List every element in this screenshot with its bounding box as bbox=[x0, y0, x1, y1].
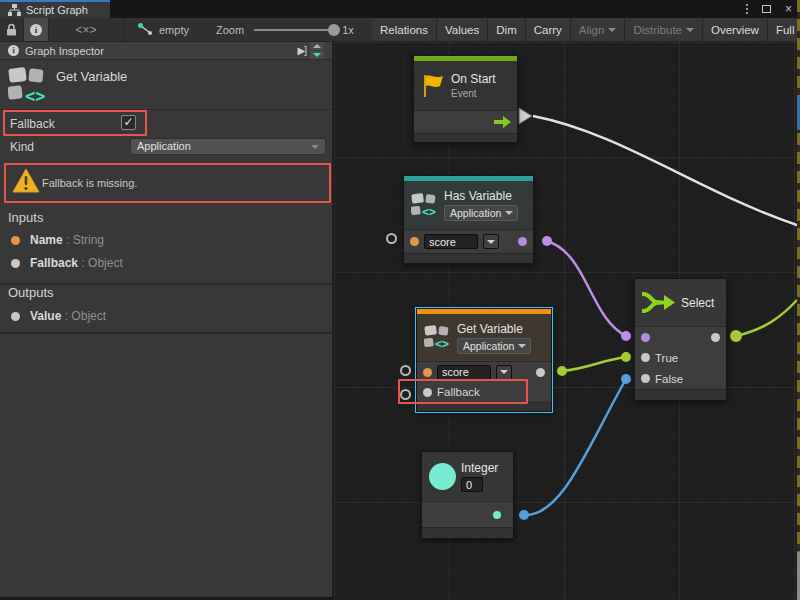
align-button[interactable]: Align bbox=[571, 18, 625, 41]
graph-canvas[interactable]: On Start Event <> bbox=[334, 42, 797, 600]
dim-button[interactable]: Dim bbox=[488, 18, 524, 41]
graph-node-icon bbox=[138, 23, 153, 36]
fallback-option-label: Fallback bbox=[10, 117, 55, 131]
integer-type-icon bbox=[429, 463, 456, 490]
integer-value-field[interactable]: 0 bbox=[461, 477, 483, 492]
true-input-port[interactable] bbox=[641, 353, 650, 362]
false-input-port[interactable] bbox=[641, 374, 650, 383]
scroll-spinner bbox=[310, 42, 324, 59]
info-icon: i bbox=[30, 24, 42, 36]
fallback-checkbox[interactable]: ✓ bbox=[121, 115, 136, 130]
tab-script-graph[interactable]: Script Graph bbox=[0, 0, 110, 18]
warning-text: Fallback is missing. bbox=[42, 177, 137, 189]
condition-input-port[interactable] bbox=[641, 333, 650, 342]
wire-endpoint bbox=[542, 236, 552, 246]
node-port-row bbox=[422, 501, 513, 527]
node-has-variable[interactable]: <> Has Variable Application score bbox=[403, 175, 534, 264]
chevron-down-icon bbox=[487, 240, 495, 244]
variable-kind-dropdown[interactable]: Application bbox=[457, 338, 531, 354]
node-select[interactable]: Select True False bbox=[634, 278, 727, 401]
lock-button[interactable] bbox=[0, 18, 23, 41]
node-get-variable[interactable]: <> Get Variable Application score Fa bbox=[416, 308, 552, 412]
port-dot-icon bbox=[11, 259, 20, 268]
zoom-slider-thumb[interactable] bbox=[328, 24, 340, 36]
kind-dropdown[interactable]: Application bbox=[130, 138, 326, 155]
wire-endpoint bbox=[621, 374, 631, 384]
node-footer bbox=[635, 389, 726, 400]
selection-output-port[interactable] bbox=[711, 333, 720, 342]
variable-icon: <> bbox=[411, 192, 439, 219]
outputs-section-title: Outputs bbox=[8, 285, 54, 300]
node-on-start[interactable]: On Start Event bbox=[413, 55, 518, 143]
node-header: <> Get Variable Application bbox=[417, 314, 551, 361]
unconnected-port-ring[interactable] bbox=[386, 233, 397, 244]
graph-breadcrumb[interactable]: empty bbox=[138, 18, 189, 41]
name-input-port[interactable] bbox=[410, 237, 419, 246]
svg-text:<>: <> bbox=[422, 205, 436, 219]
graph-inspector-panel: i Graph Inspector ▶] <> Get Variable Fal… bbox=[0, 42, 333, 598]
wire-endpoint bbox=[519, 510, 529, 520]
warning-icon bbox=[12, 168, 40, 194]
inspected-node-title: Get Variable bbox=[56, 69, 127, 84]
node-footer bbox=[404, 253, 533, 263]
dock-panel-icon[interactable]: ▶] bbox=[298, 45, 306, 56]
overview-button[interactable]: Overview bbox=[703, 18, 767, 41]
svg-text:<>: <> bbox=[25, 86, 45, 105]
carry-button[interactable]: Carry bbox=[526, 18, 570, 41]
output-row-value: Value : Object bbox=[0, 308, 332, 328]
node-port-row: score bbox=[417, 361, 551, 382]
values-button[interactable]: Values bbox=[437, 18, 487, 41]
input-row-name: Name : String bbox=[0, 232, 332, 252]
variable-name-field[interactable]: score bbox=[424, 234, 478, 249]
node-title: On Start bbox=[451, 72, 496, 86]
variable-kind-dropdown[interactable]: Application bbox=[444, 205, 518, 221]
distribute-button[interactable]: Distribute bbox=[625, 18, 702, 41]
port-dot-icon bbox=[11, 312, 20, 321]
variable-name-field[interactable]: score bbox=[437, 365, 491, 380]
node-footer bbox=[417, 402, 551, 411]
maximize-icon[interactable] bbox=[762, 5, 771, 13]
variables-toggle-button[interactable]: <×> bbox=[49, 18, 123, 41]
menu-icon[interactable] bbox=[746, 4, 748, 14]
name-input-port[interactable] bbox=[423, 368, 432, 377]
variable-name-dropdown[interactable] bbox=[483, 234, 499, 249]
variable-name-dropdown[interactable] bbox=[496, 365, 512, 380]
info-icon: i bbox=[8, 45, 19, 56]
node-footer bbox=[414, 133, 517, 142]
tab-bar: Script Graph × bbox=[0, 0, 800, 18]
spinner-up-button[interactable] bbox=[310, 42, 324, 50]
zoom-slider[interactable] bbox=[254, 29, 338, 31]
input-name: Name bbox=[30, 233, 63, 247]
spinner-down-button[interactable] bbox=[310, 51, 324, 59]
close-icon[interactable]: × bbox=[785, 3, 792, 15]
node-port-row: score bbox=[404, 229, 533, 253]
wires-layer bbox=[334, 42, 797, 600]
breadcrumb-label: empty bbox=[159, 24, 189, 36]
flow-output-port[interactable] bbox=[494, 116, 511, 128]
node-title: Integer bbox=[461, 461, 498, 475]
variable-kind-value: Application bbox=[450, 207, 501, 219]
wire-on-start[interactable] bbox=[533, 116, 797, 225]
relations-button[interactable]: Relations bbox=[372, 18, 436, 41]
value-output-port[interactable] bbox=[536, 368, 545, 377]
wire-select-output[interactable] bbox=[736, 300, 797, 336]
unconnected-port-ring[interactable] bbox=[400, 365, 411, 376]
node-integer[interactable]: Integer 0 bbox=[421, 451, 514, 539]
unconnected-port-ring[interactable] bbox=[400, 389, 411, 400]
full-screen-button[interactable]: Full Screen bbox=[768, 18, 800, 41]
chevron-down-icon bbox=[311, 145, 319, 149]
input-type: : Object bbox=[81, 256, 122, 270]
wire-has-variable-to-select[interactable] bbox=[547, 241, 626, 336]
result-output-port[interactable] bbox=[518, 237, 527, 246]
wire-get-variable-to-select-true[interactable] bbox=[562, 357, 626, 371]
integer-output-port[interactable] bbox=[493, 511, 501, 519]
zoom-control: Zoom 1x bbox=[216, 18, 354, 41]
inspector-header: i Graph Inspector ▶] bbox=[0, 42, 332, 60]
fallback-port-label: Fallback bbox=[437, 386, 480, 398]
fallback-input-port[interactable] bbox=[423, 388, 432, 397]
node-port-row: Fallback bbox=[417, 382, 551, 402]
node-title: Select bbox=[681, 296, 714, 310]
variable-kind-value: Application bbox=[463, 340, 514, 352]
inspector-toggle-button[interactable]: i bbox=[24, 18, 48, 41]
variable-icon: <> bbox=[424, 324, 452, 351]
